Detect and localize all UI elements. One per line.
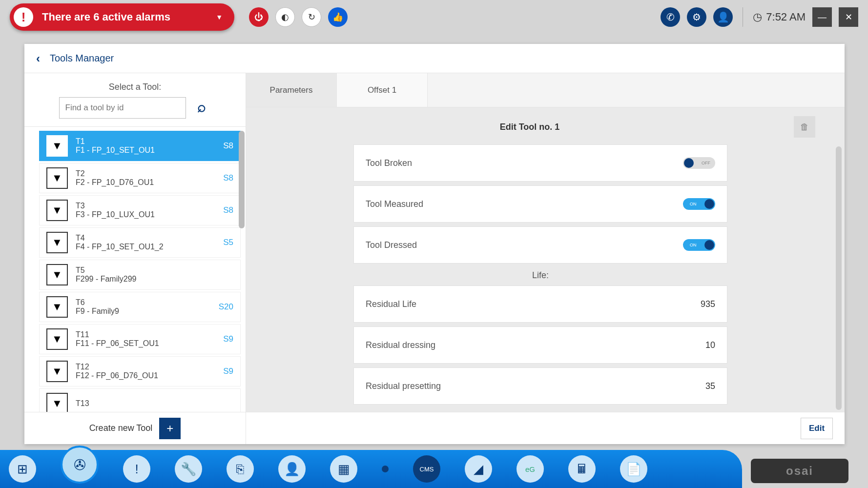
tool-family: F3 - FP_10_LUX_OU1 <box>76 210 223 219</box>
tool-id: T6 <box>76 298 219 307</box>
tool-slot: S20 <box>219 302 233 312</box>
tool-broken-label: Tool Broken <box>366 158 683 168</box>
search-icon[interactable]: ⌕ <box>192 97 211 117</box>
taskbar-dot-icon <box>382 466 389 472</box>
taskbar-user-icon[interactable]: 👤 <box>278 455 306 483</box>
taskbar-notes-icon[interactable]: 📄 <box>620 455 647 483</box>
alarm-text: There are 6 active alarms <box>42 11 216 23</box>
user-icon[interactable]: 👤 <box>713 7 733 27</box>
page-title: Tools Manager <box>50 53 114 64</box>
tool-list-item[interactable]: ▼T1F1 - FP_10_SET_OU1S8 <box>39 131 241 161</box>
close-button[interactable]: ✕ <box>839 7 858 27</box>
tool-family: F9 - Family9 <box>76 307 219 316</box>
tool-slot: S8 <box>223 173 233 183</box>
residual-presetting-label: Residual presetting <box>366 381 705 391</box>
tool-id: T3 <box>76 202 223 210</box>
tool-measured-label: Tool Measured <box>366 199 683 209</box>
back-button[interactable]: ‹ <box>36 52 40 65</box>
tool-family: F299 - Family299 <box>76 275 233 284</box>
tool-slot: S8 <box>223 205 233 215</box>
tool-icon: ▼ <box>46 135 68 157</box>
divider <box>743 7 743 27</box>
tool-icon: ▼ <box>46 232 68 253</box>
tool-id: T11 <box>76 330 223 339</box>
tool-slot: S9 <box>223 366 233 376</box>
tool-list-item[interactable]: ▼T12F12 - FP_06_D76_OU1S9 <box>39 356 241 386</box>
alarm-banner[interactable]: ! There are 6 active alarms ▼ <box>10 3 234 31</box>
create-tool-label: Create new Tool <box>89 423 153 433</box>
tool-family: F11 - FP_06_SET_OU1 <box>76 339 223 348</box>
sync-icon[interactable]: ↻ <box>302 7 321 27</box>
alarm-icon: ! <box>14 7 33 27</box>
search-input[interactable] <box>59 97 186 119</box>
taskbar-tools-icon[interactable]: ✇ <box>61 446 99 484</box>
time-text: 7:52 AM <box>766 11 806 23</box>
tool-icon: ▼ <box>46 264 68 285</box>
life-section-label: Life: <box>353 270 727 281</box>
tool-family: F2 - FP_10_D76_OU1 <box>76 178 223 187</box>
taskbar-calc-icon[interactable]: 🖩 <box>568 455 596 483</box>
residual-presetting-value: 35 <box>705 381 715 391</box>
tool-family: F4 - FP_10_SET_OU1_2 <box>76 243 223 251</box>
tool-list-item[interactable]: ▼T3F3 - FP_10_LUX_OU1S8 <box>39 195 241 225</box>
tool-id: T5 <box>76 266 233 275</box>
clock-icon: ◷ <box>753 11 762 23</box>
content-scrollbar[interactable] <box>836 146 842 410</box>
tool-list-item[interactable]: ▼T5F299 - Family299 <box>39 260 241 290</box>
edit-button[interactable]: Edit <box>801 418 833 439</box>
residual-life-label: Residual Life <box>366 299 701 309</box>
tool-dressed-label: Tool Dressed <box>366 240 683 250</box>
tool-id: T2 <box>76 169 223 178</box>
minimize-button[interactable]: — <box>812 7 832 27</box>
residual-dressing-label: Residual dressing <box>366 340 705 350</box>
tab-offset[interactable]: Offset 1 <box>337 73 428 107</box>
tool-dressed-toggle[interactable]: ON <box>683 239 715 251</box>
tool-slot: S5 <box>223 238 233 247</box>
tool-list-item[interactable]: ▼T2F2 - FP_10_D76_OU1S8 <box>39 163 241 193</box>
taskbar-layout-icon[interactable]: ⎘ <box>227 455 254 483</box>
tool-icon: ▼ <box>46 361 68 382</box>
tool-id: T12 <box>76 363 223 371</box>
tool-list-item[interactable]: ▼T13 <box>39 388 241 412</box>
taskbar-cms-icon[interactable]: CMS <box>413 455 440 483</box>
tool-id: T13 <box>76 399 233 408</box>
brand-logo: osai <box>751 459 848 483</box>
taskbar-alert-icon[interactable]: ! <box>123 455 150 483</box>
tool-measured-toggle[interactable]: ON <box>683 198 715 210</box>
tool-icon: ▼ <box>46 167 68 189</box>
tool-icon: ▼ <box>46 200 68 221</box>
tool-slot: S9 <box>223 334 233 344</box>
tool-icon: ▼ <box>46 296 68 318</box>
residual-life-value: 935 <box>701 299 715 309</box>
taskbar-eg-icon[interactable]: eG <box>517 455 544 483</box>
delete-button[interactable]: 🗑 <box>794 116 815 138</box>
tool-list-item[interactable]: ▼T4F4 - FP_10_SET_OU1_2S5 <box>39 227 241 258</box>
tool-family: F1 - FP_10_SET_OU1 <box>76 146 223 155</box>
residual-dressing-value: 10 <box>705 340 715 350</box>
power-icon[interactable]: ⏻ <box>249 7 269 27</box>
clock-display: ◷ 7:52 AM <box>753 11 806 23</box>
tool-icon: ▼ <box>46 328 68 350</box>
sidebar-scrollbar[interactable] <box>239 131 245 228</box>
tool-broken-toggle[interactable]: OFF <box>683 157 715 169</box>
taskbar-screen-icon[interactable]: ▦ <box>330 455 357 483</box>
tool-id: T1 <box>76 137 223 146</box>
taskbar-home-icon[interactable]: ⊞ <box>9 455 36 483</box>
tool-id: T4 <box>76 234 223 243</box>
phone-icon[interactable]: ✆ <box>661 7 680 27</box>
tool-list-item[interactable]: ▼T11F11 - FP_06_SET_OU1S9 <box>39 324 241 354</box>
taskbar-wrench-icon[interactable]: 🔧 <box>175 455 202 483</box>
chevron-down-icon[interactable]: ▼ <box>216 13 223 21</box>
select-tool-label: Select a Tool: <box>24 73 246 97</box>
machine-icon[interactable]: ⚙ <box>687 7 706 27</box>
tool-family: F12 - FP_06_D76_OU1 <box>76 371 223 380</box>
tab-parameters[interactable]: Parameters <box>246 73 337 107</box>
panel-title: Edit Tool no. 1 <box>266 122 794 132</box>
thumbs-up-icon[interactable]: 👍 <box>328 7 348 27</box>
tool-list-item[interactable]: ▼T6F9 - Family9S20 <box>39 292 241 322</box>
create-tool-button[interactable]: + <box>159 418 181 439</box>
taskbar-app1-icon[interactable]: ◢ <box>465 455 492 483</box>
tool-icon: ▼ <box>46 393 68 412</box>
activity-icon[interactable]: ◐ <box>275 7 295 27</box>
tool-slot: S8 <box>223 141 233 151</box>
